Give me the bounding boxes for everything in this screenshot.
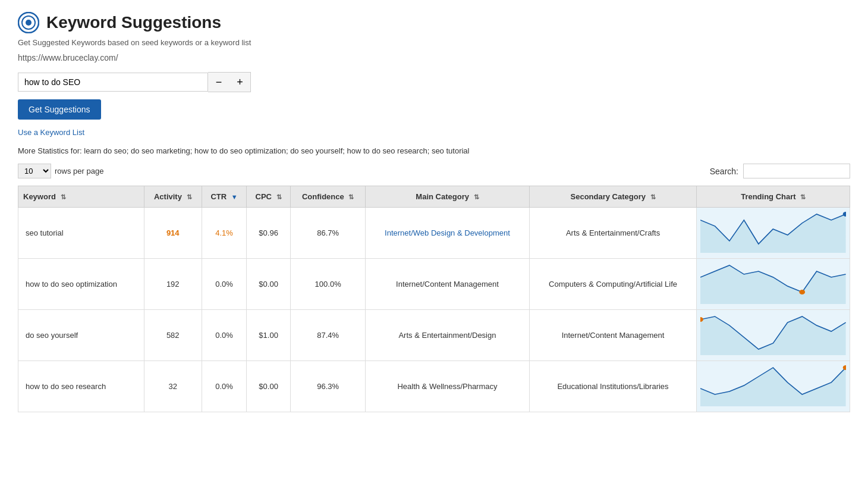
cell-confidence: 96.3% bbox=[291, 361, 366, 412]
confidence-sort-icon: ⇅ bbox=[348, 193, 354, 201]
col-trending-chart[interactable]: Trending Chart ⇅ bbox=[697, 186, 850, 208]
minus-button[interactable]: − bbox=[208, 72, 229, 92]
cell-ctr: 0.0% bbox=[202, 310, 246, 361]
sec-cat-sort-icon: ⇅ bbox=[650, 193, 656, 201]
cell-activity: 582 bbox=[144, 310, 202, 361]
rows-per-page-label: rows per page bbox=[55, 167, 103, 175]
col-activity[interactable]: Activity ⇅ bbox=[144, 186, 202, 208]
cell-main-category[interactable]: Internet/Web Design & Development bbox=[366, 208, 529, 259]
cell-keyword: seo tutorial bbox=[18, 208, 144, 259]
activity-sort-icon: ⇅ bbox=[187, 193, 192, 201]
cell-ctr: 0.0% bbox=[202, 259, 246, 310]
page-title: Keyword Suggestions bbox=[46, 13, 221, 32]
col-confidence[interactable]: Confidence ⇅ bbox=[291, 186, 366, 208]
table-row: seo tutorial9144.1%$0.9686.7%Internet/We… bbox=[18, 208, 850, 259]
cell-cpc: $0.00 bbox=[247, 361, 291, 412]
page-url: https://www.bruceclay.com/ bbox=[18, 53, 850, 62]
cell-ctr: 0.0% bbox=[202, 361, 246, 412]
plus-button[interactable]: + bbox=[229, 72, 251, 92]
rows-per-page-select[interactable]: 10 25 50 100 bbox=[18, 164, 51, 178]
cell-trending-chart bbox=[697, 259, 850, 310]
keyword-sort-icon: ⇅ bbox=[61, 193, 66, 201]
more-stats: More Statistics for: learn do seo; do se… bbox=[18, 146, 850, 155]
cell-keyword: do seo yourself bbox=[18, 310, 144, 361]
svg-point-6 bbox=[843, 365, 846, 370]
cell-secondary-category: Educational Institutions/Libraries bbox=[529, 361, 697, 412]
cell-activity: 32 bbox=[144, 361, 202, 412]
cpc-sort-icon: ⇅ bbox=[276, 193, 282, 201]
table-header-row: Keyword ⇅ Activity ⇅ CTR ▼ CPC ⇅ Confide… bbox=[18, 186, 850, 208]
cell-ctr: 4.1% bbox=[202, 208, 246, 259]
get-suggestions-button[interactable]: Get Suggestions bbox=[18, 99, 101, 120]
keyword-input[interactable] bbox=[18, 73, 208, 92]
table-row: how to do seo research320.0%$0.0096.3%He… bbox=[18, 361, 850, 412]
target-icon bbox=[18, 12, 39, 33]
cell-confidence: 87.4% bbox=[291, 310, 366, 361]
cell-secondary-category: Internet/Content Management bbox=[529, 310, 697, 361]
svg-point-2 bbox=[26, 20, 32, 26]
table-row: do seo yourself5820.0%$1.0087.4%Arts & E… bbox=[18, 310, 850, 361]
cell-main-category: Health & Wellness/Pharmacy bbox=[366, 361, 529, 412]
cell-main-category: Internet/Content Management bbox=[366, 259, 529, 310]
trend-chart-svg bbox=[700, 365, 846, 406]
chart-sort-icon: ⇅ bbox=[800, 193, 806, 201]
search-label: Search: bbox=[710, 167, 738, 176]
col-ctr[interactable]: CTR ▼ bbox=[202, 186, 246, 208]
col-keyword[interactable]: Keyword ⇅ bbox=[18, 186, 144, 208]
table-row: how to do seo optimization1920.0%$0.0010… bbox=[18, 259, 850, 310]
table-search-input[interactable] bbox=[743, 164, 850, 178]
trend-chart-svg bbox=[700, 262, 846, 304]
cell-trending-chart bbox=[697, 361, 850, 412]
cell-cpc: $1.00 bbox=[247, 310, 291, 361]
cell-cpc: $0.00 bbox=[247, 259, 291, 310]
col-main-category[interactable]: Main Category ⇅ bbox=[366, 186, 529, 208]
svg-point-4 bbox=[800, 290, 806, 294]
col-secondary-category[interactable]: Secondary Category ⇅ bbox=[529, 186, 697, 208]
cell-activity: 914 bbox=[144, 208, 202, 259]
cell-keyword: how to do seo research bbox=[18, 361, 144, 412]
trend-chart-svg bbox=[700, 314, 846, 355]
cell-trending-chart bbox=[697, 208, 850, 259]
cell-secondary-category: Arts & Entertainment/Crafts bbox=[529, 208, 697, 259]
cell-secondary-category: Computers & Computing/Artificial Life bbox=[529, 259, 697, 310]
main-cat-sort-icon: ⇅ bbox=[474, 193, 479, 201]
use-keyword-list-link[interactable]: Use a Keyword List bbox=[18, 128, 850, 137]
page-subtitle: Get Suggested Keywords based on seed key… bbox=[18, 38, 850, 47]
cell-confidence: 86.7% bbox=[291, 208, 366, 259]
more-stats-label: More Statistics for: bbox=[18, 146, 82, 155]
keyword-table: Keyword ⇅ Activity ⇅ CTR ▼ CPC ⇅ Confide… bbox=[18, 186, 850, 412]
cell-activity: 192 bbox=[144, 259, 202, 310]
cell-cpc: $0.96 bbox=[247, 208, 291, 259]
cell-trending-chart bbox=[697, 310, 850, 361]
col-cpc[interactable]: CPC ⇅ bbox=[247, 186, 291, 208]
ctr-sort-icon: ▼ bbox=[231, 193, 238, 200]
cell-keyword: how to do seo optimization bbox=[18, 259, 144, 310]
more-stats-keywords: learn do seo; do seo marketing; how to d… bbox=[84, 146, 469, 155]
cell-main-category: Arts & Entertainment/Design bbox=[366, 310, 529, 361]
cell-confidence: 100.0% bbox=[291, 259, 366, 310]
trend-chart-svg bbox=[700, 211, 846, 253]
